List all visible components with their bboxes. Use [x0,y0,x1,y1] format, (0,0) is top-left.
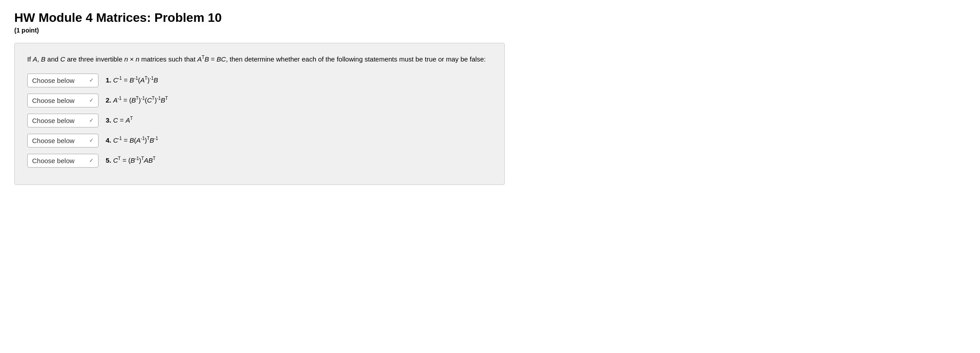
chevron-down-icon-1: ✓ [89,77,94,83]
statement-text-2: 2. A-1 = (BT)-1(CT)-1BT [106,95,168,106]
chevron-down-icon-4: ✓ [89,137,94,144]
statement-row-4: Choose below ✓ 4. C-1 = B(A-1)TB-1 [27,134,492,148]
statement-row-1: Choose below ✓ 1. C-1 = B-1(AT)-1B [27,74,492,87]
problem-box: If A, B and C are three invertible n × n… [14,43,505,185]
statement-text-1: 1. C-1 = B-1(AT)-1B [106,75,158,86]
dropdown-2-label: Choose below [32,97,74,104]
statement-text-3: 3. C = AT [106,115,133,126]
dropdown-4[interactable]: Choose below ✓ [27,134,99,148]
dropdown-2[interactable]: Choose below ✓ [27,94,99,107]
statement-text-4: 4. C-1 = B(A-1)TB-1 [106,135,158,146]
problem-description: If A, B and C are three invertible n × n… [27,54,492,65]
statement-row-5: Choose below ✓ 5. CT = (B-1)TABT [27,154,492,168]
chevron-down-icon-5: ✓ [89,157,94,164]
points-label: (1 point) [14,27,966,34]
dropdown-1-label: Choose below [32,77,74,84]
chevron-down-icon-2: ✓ [89,97,94,103]
page-title: HW Module 4 Matrices: Problem 10 [14,11,966,25]
dropdown-5-label: Choose below [32,157,74,164]
chevron-down-icon-3: ✓ [89,117,94,123]
dropdown-5[interactable]: Choose below ✓ [27,154,99,168]
dropdown-3[interactable]: Choose below ✓ [27,114,99,127]
dropdown-3-label: Choose below [32,117,74,124]
statement-row-2: Choose below ✓ 2. A-1 = (BT)-1(CT)-1BT [27,94,492,107]
dropdown-4-label: Choose below [32,137,74,144]
statement-row-3: Choose below ✓ 3. C = AT [27,114,492,127]
statement-text-5: 5. CT = (B-1)TABT [106,155,156,166]
dropdown-1[interactable]: Choose below ✓ [27,74,99,87]
